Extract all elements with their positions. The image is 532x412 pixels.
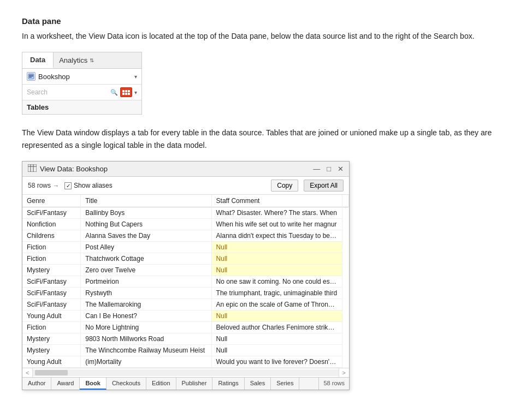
scroll-track (33, 369, 338, 376)
cell-genre: Young Adult (22, 356, 81, 368)
bottom-tab-author[interactable]: Author (22, 378, 51, 390)
rows-indicator: 58 rows → (28, 182, 59, 189)
cell-genre: Mystery (22, 345, 81, 356)
maximize-button[interactable]: □ (327, 165, 331, 173)
analytics-sort-icon: ⇅ (90, 57, 94, 63)
table-row: FictionNo More LightningBeloved author C… (22, 322, 349, 333)
col-header-genre: Genre (22, 195, 81, 207)
svg-rect-1 (29, 75, 33, 75)
window-controls: — □ ✕ (313, 165, 344, 173)
cell-comment: Would you want to live forever? Doesn't … (211, 356, 342, 368)
cell-title: Post Alley (81, 242, 211, 253)
window-titlebar: View Data: Bookshop — □ ✕ (22, 162, 349, 177)
data-table: Genre Title Staff Comment SciFi/FantasyB… (22, 195, 349, 368)
cell-comment: Beloved author Charles Fenimore strikes … (211, 322, 342, 333)
table-row: Mystery9803 North Millworks RoadNull (22, 333, 349, 345)
data-pane-tab-bar: Data Analytics ⇅ (22, 52, 141, 69)
svg-rect-2 (29, 76, 33, 76)
cell-comment: Null (211, 265, 342, 276)
table-header-row: Genre Title Staff Comment (22, 195, 349, 207)
col-header-comment: Staff Comment (211, 195, 342, 207)
cell-genre: Nonfiction (22, 219, 81, 230)
cell-genre: Mystery (22, 265, 81, 276)
cell-comment: Null (211, 345, 342, 356)
window-toolbar: 58 rows → ✓ Show aliases Copy Export All (22, 177, 349, 195)
cell-title: (im)Mortality (81, 356, 211, 368)
col-header-scrollbar-space (342, 195, 349, 207)
table-row: SciFi/FantasyBallinby BoysWhat? Disaster… (22, 207, 349, 219)
bottom-tab-publisher[interactable]: Publisher (176, 378, 213, 390)
tab-data[interactable]: Data (22, 52, 54, 68)
table-row: Young Adult(im)MortalityWould you want t… (22, 356, 349, 368)
table-row: SciFi/FantasyPortmeirionNo one saw it co… (22, 276, 349, 288)
close-button[interactable]: ✕ (338, 165, 344, 173)
cell-genre: SciFi/Fantasy (22, 207, 81, 219)
cell-title: Rystwyth (81, 288, 211, 299)
minimize-button[interactable]: — (313, 165, 320, 173)
view-data-button[interactable] (120, 87, 132, 97)
scroll-right-icon[interactable]: > (339, 368, 349, 377)
cell-comment: Null (211, 242, 342, 253)
bottom-tab-sales[interactable]: Sales (245, 378, 271, 390)
cell-comment: What? Disaster. Where? The stars. When (211, 207, 342, 219)
scroll-left-icon[interactable]: < (22, 368, 33, 377)
body-text-2: The View Data window displays a tab for … (22, 127, 510, 151)
section-title: Data pane (22, 16, 510, 26)
window-title: View Data: Bookshop (40, 165, 108, 173)
table-row: FictionThatchwork CottageNull (22, 253, 349, 265)
data-pane-widget: Data Analytics ⇅ Bookshop ▾ Search 🔍 ▾ T… (22, 52, 142, 115)
bottom-tab-checkouts[interactable]: Checkouts (107, 378, 146, 390)
cell-comment: When his wife set out to write her magnu… (211, 219, 342, 230)
svg-rect-4 (28, 164, 37, 172)
show-aliases-checkbox[interactable]: ✓ (64, 182, 72, 189)
search-row: Search 🔍 ▾ (22, 85, 141, 100)
scroll-thumb[interactable] (35, 370, 68, 375)
cell-comment: Alanna didn't expect this Tuesday to be … (211, 230, 342, 242)
rows-count: 58 rows (318, 378, 349, 390)
datasource-dropdown-icon[interactable]: ▾ (134, 74, 137, 80)
cell-title: Can I Be Honest? (81, 311, 211, 322)
cell-title: Zero over Twelve (81, 265, 211, 276)
view-data-window: View Data: Bookshop — □ ✕ 58 rows → ✓ Sh… (22, 161, 350, 390)
datasource-icon (27, 72, 36, 81)
cell-comment: The triumphant, tragic, unimaginable thi… (211, 288, 342, 299)
cell-genre: Childrens (22, 230, 81, 242)
table-row: MysteryZero over TwelveNull (22, 265, 349, 276)
cell-comment: No one saw it coming. No one could escap (211, 276, 342, 288)
bottom-tab-award[interactable]: Award (51, 378, 80, 390)
table-row: ChildrensAlanna Saves the DayAlanna didn… (22, 230, 349, 242)
tab-analytics[interactable]: Analytics ⇅ (54, 52, 99, 68)
cell-genre: SciFi/Fantasy (22, 276, 81, 288)
bottom-tab-bar: AuthorAwardBookCheckoutsEditionPublisher… (22, 377, 349, 390)
rows-label: 58 rows (28, 182, 51, 189)
rows-arrow-icon: → (53, 182, 59, 189)
search-dropdown-icon[interactable]: ▾ (134, 89, 137, 95)
export-button[interactable]: Export All (304, 180, 344, 192)
datasource-row: Bookshop ▾ (22, 69, 141, 85)
view-data-icon (122, 90, 130, 95)
body-text-1: In a worksheet, the View Data icon is lo… (22, 30, 510, 42)
bottom-tab-series[interactable]: Series (271, 378, 299, 390)
table-row: NonfictionNothing But CapersWhen his wif… (22, 219, 349, 230)
table-row: MysteryThe Winchcombe Railway Museum Hei… (22, 345, 349, 356)
cell-genre: Fiction (22, 322, 81, 333)
table-row: Young AdultCan I Be Honest?Null (22, 311, 349, 322)
analytics-label: Analytics (59, 56, 87, 64)
titlebar-left: View Data: Bookshop (28, 164, 108, 174)
bottom-tab-ratings[interactable]: Ratings (212, 378, 244, 390)
cell-title: Nothing But Capers (81, 219, 211, 230)
cell-comment: Null (211, 311, 342, 322)
table-row: SciFi/FantasyRystwythThe triumphant, tra… (22, 288, 349, 299)
table-row: SciFi/FantasyThe MallemarokingAn epic on… (22, 299, 349, 311)
datasource-name: Bookshop (38, 73, 132, 81)
cell-genre: Fiction (22, 242, 81, 253)
bottom-tab-book[interactable]: Book (80, 378, 107, 390)
bottom-tab-edition[interactable]: Edition (146, 378, 176, 390)
table-row: FictionPost AlleyNull (22, 242, 349, 253)
tables-label: Tables (22, 100, 141, 114)
copy-button[interactable]: Copy (271, 180, 298, 192)
cell-comment: Null (211, 333, 342, 345)
search-icon[interactable]: 🔍 (110, 89, 118, 96)
horizontal-scrollbar[interactable]: < > (22, 368, 349, 377)
show-aliases: ✓ Show aliases (64, 182, 113, 189)
